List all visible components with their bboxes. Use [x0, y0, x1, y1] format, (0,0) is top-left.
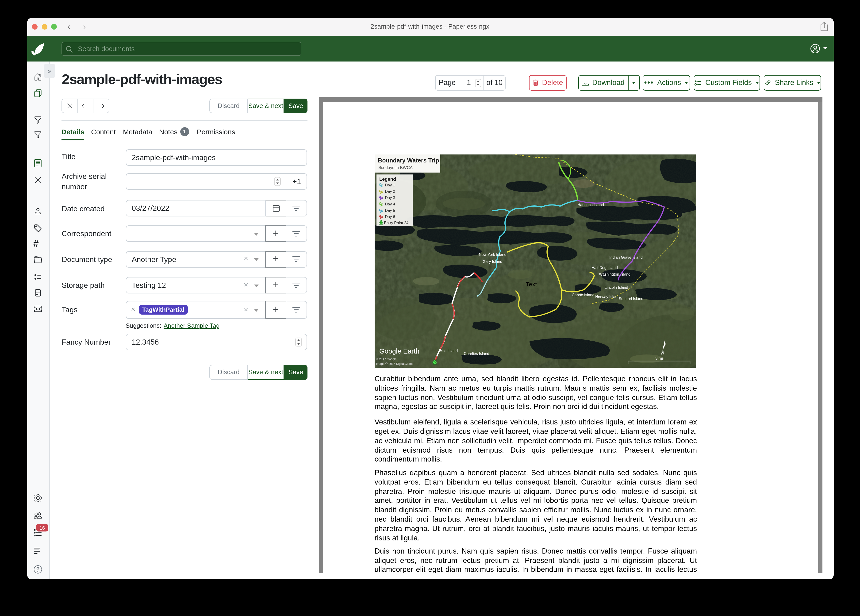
svg-text:Entry Point 24: Entry Point 24: [384, 221, 408, 225]
svg-text:New York Island: New York Island: [479, 253, 506, 257]
svg-text:© 2017 Google: © 2017 Google: [376, 358, 396, 361]
svg-text:Washington Island: Washington Island: [599, 272, 630, 277]
svg-text:Day 3: Day 3: [385, 196, 395, 200]
svg-text:Day 5: Day 5: [385, 209, 395, 213]
svg-text:Day 6: Day 6: [385, 215, 395, 219]
svg-text:Day 2: Day 2: [385, 189, 395, 194]
svg-text:Image © 2017 DigitalGlobe: Image © 2017 DigitalGlobe: [376, 362, 413, 366]
svg-text:Lincoln Island: Lincoln Island: [604, 286, 628, 290]
svg-text:Day 1: Day 1: [385, 183, 395, 188]
svg-text:Legend: Legend: [379, 177, 396, 182]
svg-text:Google Earth: Google Earth: [379, 348, 419, 355]
svg-text:Charlies Island: Charlies Island: [464, 352, 489, 356]
svg-text:Text: Text: [526, 281, 537, 288]
svg-text:Half Dog Island: Half Dog Island: [591, 266, 618, 270]
svg-text:Gary Island: Gary Island: [482, 260, 502, 264]
svg-text:Canoe Island: Canoe Island: [571, 293, 594, 297]
svg-text:Hausons Island: Hausons Island: [577, 203, 604, 207]
svg-text:N: N: [661, 350, 664, 356]
svg-text:Norway Island: Norway Island: [595, 295, 620, 299]
svg-text:3 mi: 3 mi: [655, 356, 662, 361]
svg-text:Indian Grave Island: Indian Grave Island: [609, 255, 642, 260]
svg-text:Boundary Waters Trip: Boundary Waters Trip: [378, 157, 439, 164]
svg-text:Mile Island: Mile Island: [439, 349, 457, 353]
svg-text:Six days in BWCA: Six days in BWCA: [378, 165, 413, 170]
svg-text:Day 4: Day 4: [385, 202, 395, 207]
svg-text:Squirrel Island: Squirrel Island: [618, 297, 643, 301]
